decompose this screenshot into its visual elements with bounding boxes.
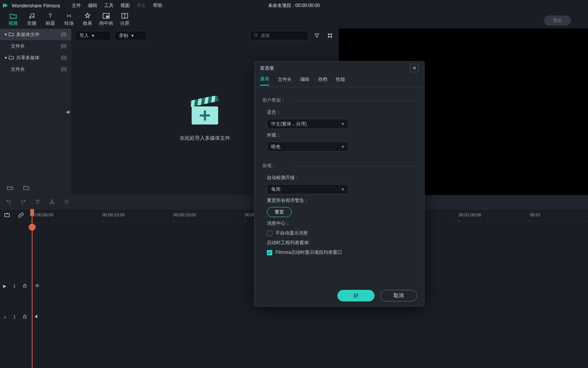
checkbox-checked-icon: ✓ (267, 250, 272, 255)
startup-checkbox-label: Filmora启动时显示项目列表窗口 (275, 249, 342, 256)
reset-warnings-label: 重置所有程序警告： (267, 197, 416, 204)
pref-tab-2[interactable]: 编辑 (300, 76, 309, 85)
appearance-label: 外观： (267, 132, 416, 139)
msgcenter-checkbox-row[interactable]: 不自动显示消息 (267, 230, 416, 236)
section-ui-heading: 用户界面： (262, 97, 416, 104)
language-label: 语言： (267, 109, 416, 116)
ok-button[interactable]: 好 (337, 290, 375, 301)
dialog-tabs: 通用文件夹编辑存档性能 (254, 75, 424, 87)
cancel-button[interactable]: 取消 (380, 290, 417, 301)
modal-overlay: 首选项 ✕ 通用文件夹编辑存档性能 用户界面： 语言： 中文(繁体，台湾)▾ 外… (0, 0, 588, 368)
auto-update-select[interactable]: 每周▾ (267, 184, 348, 194)
auto-update-label: 自动检测升级： (267, 175, 416, 181)
dialog-footer: 好 取消 (254, 285, 424, 306)
pref-tab-1[interactable]: 文件夹 (278, 76, 292, 85)
appearance-select[interactable]: 暗色▾ (267, 142, 348, 152)
dialog-titlebar: 首选项 ✕ (254, 62, 424, 75)
pref-tab-3[interactable]: 存档 (318, 76, 327, 85)
msgcenter-checkbox-label: 不自动显示消息 (275, 230, 308, 236)
startup-label: 启动时工程列表窗体: (267, 240, 416, 246)
checkbox-icon (267, 231, 272, 236)
dialog-title: 首选项 (260, 65, 410, 72)
startup-checkbox-row[interactable]: ✓ Filmora启动时显示项目列表窗口 (267, 249, 416, 256)
reset-button[interactable]: 重置 (267, 207, 292, 217)
close-icon[interactable]: ✕ (410, 64, 419, 72)
language-select[interactable]: 中文(繁体，台湾)▾ (267, 119, 348, 129)
pref-tab-0[interactable]: 通用 (260, 76, 269, 86)
dialog-body: 用户界面： 语言： 中文(繁体，台湾)▾ 外观： 暗色▾ 杂项： 自动检测升级：… (254, 87, 424, 285)
msgcenter-label: 消息中心： (267, 220, 416, 227)
pref-tab-4[interactable]: 性能 (336, 76, 345, 85)
section-misc-heading: 杂项： (262, 163, 416, 169)
preferences-dialog: 首选项 ✕ 通用文件夹编辑存档性能 用户界面： 语言： 中文(繁体，台湾)▾ 外… (254, 61, 425, 306)
